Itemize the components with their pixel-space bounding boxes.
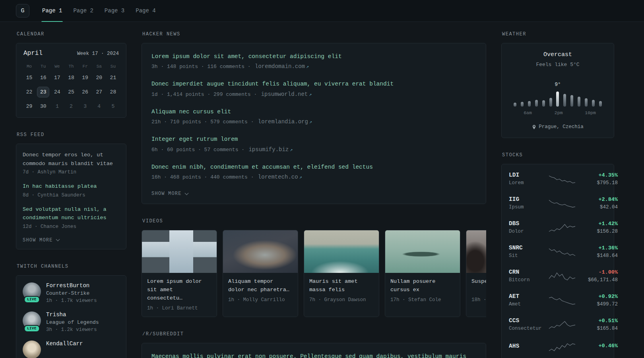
video-meta: 17h · Stefan Cole bbox=[390, 297, 455, 303]
weather-bar-chart: 9° bbox=[514, 81, 602, 107]
middle-column: HACKER NEWS Lorem ipsum dolor sit amet, … bbox=[142, 31, 486, 358]
rss-item[interactable]: Sed volutpat nulla nisl, a condimentum n… bbox=[23, 205, 120, 230]
video-thumbnail[interactable] bbox=[304, 230, 379, 273]
videos-row: Lorem ipsum dolor sit amet consectetu… 1… bbox=[142, 230, 486, 317]
video-thumbnail[interactable] bbox=[223, 230, 298, 273]
video-thumbnail[interactable] bbox=[142, 230, 217, 273]
stock-name: Sit bbox=[509, 253, 545, 259]
stock-row[interactable]: LDI Lorem +4.35% $795.18 bbox=[508, 167, 607, 191]
video-card[interactable]: Aliquam tempor dolor nec pharetra… 1h · … bbox=[223, 230, 298, 317]
live-badge: LIVE bbox=[24, 296, 40, 303]
calendar-day-next-month: 4 bbox=[93, 101, 105, 112]
rss-item-title[interactable]: In hac habitasse platea bbox=[23, 183, 97, 189]
hackernews-item: Lorem ipsum dolor sit amet, consectetur … bbox=[151, 52, 476, 70]
stock-row[interactable]: AET Amet +0.92% $499.72 bbox=[508, 288, 607, 312]
tab-page-1[interactable]: Page 1 bbox=[37, 0, 68, 21]
stock-price: $156.28 bbox=[579, 229, 618, 234]
weather-bar bbox=[535, 100, 538, 107]
external-link-icon: ↗ bbox=[290, 147, 293, 153]
twitch-channel-name[interactable]: Trisha bbox=[46, 311, 99, 318]
hackernews-show-more-button[interactable]: SHOW MORE bbox=[151, 191, 188, 197]
hackernews-item-meta: 1d · 1,414 points · 299 comments · bbox=[151, 91, 257, 97]
video-card[interactable]: Nullam posuere cursus ex 17h · Stefan Co… bbox=[385, 230, 460, 317]
video-meta: 1h · Lori Barnett bbox=[147, 305, 211, 311]
hackernews-item-domain-link[interactable]: loremlandia.org bbox=[258, 119, 308, 125]
rss-item-title[interactable]: Sed volutpat nulla nisl, a condimentum n… bbox=[23, 206, 107, 221]
video-thumbnail[interactable] bbox=[385, 230, 460, 273]
stock-symbol: AET bbox=[509, 293, 545, 300]
video-title[interactable]: Suspendisse diam bbox=[471, 278, 486, 294]
hackernews-item-title[interactable]: Donec imperdiet augue tincidunt felis al… bbox=[151, 80, 476, 88]
stock-price: $66,171.48 bbox=[579, 277, 618, 283]
calendar-day-selected: 23 bbox=[37, 87, 49, 97]
video-card[interactable]: Suspendisse diam 18h · Tara bbox=[466, 230, 486, 317]
hackernews-item-title[interactable]: Aliquam nec cursus elit bbox=[151, 107, 476, 116]
calendar-day: 17 bbox=[51, 72, 63, 83]
video-card[interactable]: Lorem ipsum dolor sit amet consectetu… 1… bbox=[142, 230, 217, 317]
twitch-channel-game: Counter-Strike bbox=[46, 290, 97, 296]
twitch-channel-row[interactable]: KendallCarr bbox=[23, 340, 120, 358]
weather-x-label: 2pm bbox=[555, 110, 563, 115]
stock-symbol: DBS bbox=[509, 220, 545, 227]
hackernews-item: Integer eget rutrum lorem 6h · 60 points… bbox=[151, 135, 476, 152]
rss-card: Donec tempor eros leo, ut commodo mauris… bbox=[16, 144, 126, 249]
stock-row[interactable]: DBS Dolor +1.42% $156.28 bbox=[508, 215, 607, 239]
subreddit-section: /R/SUBREDDIT Maecenas mollis pulvinar er… bbox=[142, 331, 486, 358]
calendar-dow: We bbox=[50, 64, 64, 69]
hackernews-item-title[interactable]: Lorem ipsum dolor sit amet, consectetur … bbox=[151, 52, 476, 61]
video-title[interactable]: Aliquam tempor dolor nec pharetra… bbox=[228, 278, 293, 294]
hackernews-item-domain-link[interactable]: ipsumworld.net bbox=[261, 91, 308, 97]
tab-page-4[interactable]: Page 4 bbox=[130, 0, 161, 21]
rss-item[interactable]: Donec tempor eros leo, ut commodo mauris… bbox=[23, 151, 120, 175]
hackernews-section-title: HACKER NEWS bbox=[142, 31, 485, 37]
subreddit-section-title: /R/SUBREDDIT bbox=[142, 331, 485, 337]
stock-row[interactable]: AHS +0.46% bbox=[508, 337, 607, 357]
weather-section: WEATHER Overcast Feels like 5°C 9° 6am 2… bbox=[501, 31, 614, 138]
app-logo[interactable]: G bbox=[16, 4, 29, 18]
weather-bar bbox=[563, 94, 566, 107]
live-badge: LIVE bbox=[24, 325, 40, 332]
hackernews-item-domain-link[interactable]: loremdomain.com bbox=[255, 63, 305, 70]
calendar-section: CALENDAR April Week 17 · 2024 Mo Tu We T… bbox=[16, 31, 126, 118]
rss-show-more-button[interactable]: SHOW MORE bbox=[23, 237, 59, 243]
stock-price: $795.18 bbox=[579, 180, 618, 186]
weather-bar bbox=[585, 98, 588, 107]
hackernews-item-domain-link[interactable]: loremtech.co bbox=[258, 174, 298, 180]
hackernews-item-domain-link[interactable]: ipsumify.biz bbox=[248, 146, 289, 153]
video-thumbnail[interactable] bbox=[466, 230, 486, 273]
rss-item-title[interactable]: Donec tempor eros leo, ut commodo mauris… bbox=[23, 152, 113, 167]
video-title[interactable]: Mauris sit amet massa felis bbox=[309, 278, 374, 294]
twitch-channel-meta: 3h · 1.2k viewers bbox=[46, 327, 99, 333]
stock-row[interactable]: IIG Ipsum +2.84% $42.04 bbox=[508, 191, 607, 215]
stocks-section-title: STOCKS bbox=[502, 152, 613, 158]
tab-page-2[interactable]: Page 2 bbox=[68, 0, 99, 21]
twitch-channel-name[interactable]: ForrestBurton bbox=[46, 282, 97, 289]
twitch-channel-row[interactable]: LIVE ForrestBurton Counter-Strike 1h · 1… bbox=[23, 282, 120, 304]
video-card[interactable]: Mauris sit amet massa felis 7h · Grayson… bbox=[304, 230, 379, 317]
stock-row[interactable]: CCS Consectetur +0.51% $165.84 bbox=[508, 312, 607, 337]
rss-item[interactable]: In hac habitasse platea 8d · Cynthia Sau… bbox=[23, 182, 120, 198]
video-title[interactable]: Nullam posuere cursus ex bbox=[390, 278, 455, 294]
video-title[interactable]: Lorem ipsum dolor sit amet consectetu… bbox=[147, 278, 211, 303]
subreddit-post: Maecenas mollis pulvinar erat non posuer… bbox=[151, 352, 476, 358]
calendar-month: April bbox=[23, 50, 43, 57]
weather-bar bbox=[570, 95, 573, 107]
page-tabs: Page 1 Page 2 Page 3 Page 4 bbox=[37, 0, 161, 21]
weather-bar bbox=[521, 102, 524, 107]
twitch-channel-row[interactable]: LIVE Trisha League of Legends 3h · 1.2k … bbox=[23, 311, 120, 333]
calendar-day: 26 bbox=[79, 87, 91, 97]
tab-page-3[interactable]: Page 3 bbox=[99, 0, 130, 21]
stock-row[interactable]: CRN Bitcorn -1.00% $66,171.48 bbox=[508, 264, 607, 288]
rss-show-more-label: SHOW MORE bbox=[23, 237, 53, 243]
hackernews-item-title[interactable]: Integer eget rutrum lorem bbox=[151, 135, 476, 144]
calendar-day: 19 bbox=[79, 72, 91, 83]
subreddit-post-title[interactable]: Maecenas mollis pulvinar erat non posuer… bbox=[151, 352, 476, 358]
stock-price: $148.64 bbox=[579, 253, 618, 259]
stock-symbol: CRN bbox=[509, 269, 545, 275]
stock-symbol: IIG bbox=[509, 196, 545, 202]
twitch-channel-name[interactable]: KendallCarr bbox=[46, 340, 83, 347]
calendar-day: 20 bbox=[93, 72, 105, 83]
hackernews-item-title[interactable]: Donec enim nibh, condimentum et accumsan… bbox=[151, 163, 476, 171]
twitch-section-title: TWITCH CHANNELS bbox=[17, 264, 126, 269]
stock-row[interactable]: SNRC Sit +1.36% $148.64 bbox=[508, 239, 607, 264]
